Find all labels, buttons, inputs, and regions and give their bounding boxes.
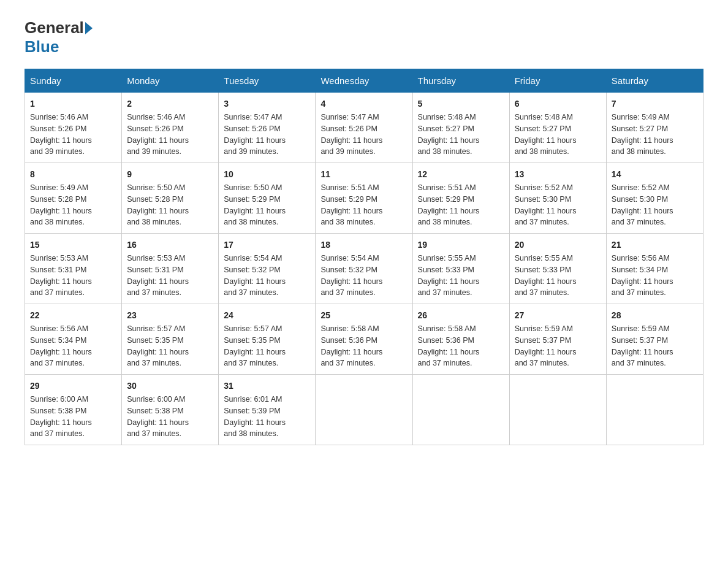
day-number: 5 — [418, 98, 504, 110]
day-info: Sunrise: 5:55 AMSunset: 5:33 PMDaylight:… — [515, 254, 577, 297]
day-number: 8 — [30, 168, 116, 181]
day-info: Sunrise: 5:47 AMSunset: 5:26 PMDaylight:… — [320, 113, 382, 156]
calendar-cell: 15 Sunrise: 5:53 AMSunset: 5:31 PMDaylig… — [25, 234, 122, 304]
calendar-cell: 5 Sunrise: 5:48 AMSunset: 5:27 PMDayligh… — [412, 93, 509, 163]
calendar-table: SundayMondayTuesdayWednesdayThursdayFrid… — [25, 69, 703, 445]
day-info: Sunrise: 5:51 AMSunset: 5:29 PMDaylight:… — [320, 183, 382, 226]
day-number: 20 — [515, 239, 601, 251]
calendar-cell: 9 Sunrise: 5:50 AMSunset: 5:28 PMDayligh… — [122, 163, 219, 234]
day-number: 18 — [320, 239, 407, 251]
day-info: Sunrise: 5:58 AMSunset: 5:36 PMDaylight:… — [320, 324, 382, 367]
weekday-header-thursday: Thursday — [412, 69, 509, 93]
day-number: 7 — [612, 98, 698, 110]
weekday-header-wednesday: Wednesday — [316, 69, 412, 93]
calendar-cell: 22 Sunrise: 5:56 AMSunset: 5:34 PMDaylig… — [25, 304, 122, 375]
calendar-cell: 4 Sunrise: 5:47 AMSunset: 5:26 PMDayligh… — [316, 93, 412, 163]
calendar-cell: 8 Sunrise: 5:49 AMSunset: 5:28 PMDayligh… — [25, 163, 122, 234]
day-info: Sunrise: 5:54 AMSunset: 5:32 PMDaylight:… — [320, 254, 382, 297]
day-info: Sunrise: 5:50 AMSunset: 5:29 PMDaylight:… — [224, 183, 286, 226]
calendar-cell: 3 Sunrise: 5:47 AMSunset: 5:26 PMDayligh… — [219, 93, 316, 163]
day-info: Sunrise: 5:47 AMSunset: 5:26 PMDaylight:… — [224, 113, 286, 156]
day-info: Sunrise: 5:59 AMSunset: 5:37 PMDaylight:… — [612, 324, 673, 367]
day-number: 27 — [515, 309, 601, 322]
day-number: 14 — [612, 168, 698, 181]
calendar-cell: 6 Sunrise: 5:48 AMSunset: 5:27 PMDayligh… — [509, 93, 606, 163]
calendar-cell — [606, 375, 703, 445]
weekday-header-monday: Monday — [122, 69, 219, 93]
day-number: 25 — [320, 309, 407, 322]
day-number: 1 — [30, 98, 116, 110]
logo-blue-text: Blue — [25, 37, 59, 56]
day-info: Sunrise: 5:57 AMSunset: 5:35 PMDaylight:… — [127, 324, 189, 367]
day-number: 17 — [224, 239, 310, 251]
day-number: 21 — [612, 239, 698, 251]
calendar-cell: 1 Sunrise: 5:46 AMSunset: 5:26 PMDayligh… — [25, 93, 122, 163]
day-info: Sunrise: 5:57 AMSunset: 5:35 PMDaylight:… — [224, 324, 286, 367]
calendar-cell — [412, 375, 509, 445]
calendar-cell: 12 Sunrise: 5:51 AMSunset: 5:29 PMDaylig… — [412, 163, 509, 234]
day-number: 22 — [30, 309, 116, 322]
calendar-cell: 7 Sunrise: 5:49 AMSunset: 5:27 PMDayligh… — [606, 93, 703, 163]
day-info: Sunrise: 5:49 AMSunset: 5:28 PMDaylight:… — [30, 183, 92, 226]
calendar-cell: 25 Sunrise: 5:58 AMSunset: 5:36 PMDaylig… — [316, 304, 412, 375]
weekday-header-row: SundayMondayTuesdayWednesdayThursdayFrid… — [25, 69, 703, 93]
calendar-cell: 24 Sunrise: 5:57 AMSunset: 5:35 PMDaylig… — [219, 304, 316, 375]
day-info: Sunrise: 5:53 AMSunset: 5:31 PMDaylight:… — [127, 254, 189, 297]
week-row-4: 22 Sunrise: 5:56 AMSunset: 5:34 PMDaylig… — [25, 304, 703, 375]
weekday-header-sunday: Sunday — [25, 69, 122, 93]
calendar-cell: 29 Sunrise: 6:00 AMSunset: 5:38 PMDaylig… — [25, 375, 122, 445]
day-number: 12 — [418, 168, 504, 181]
day-number: 4 — [320, 98, 407, 110]
day-info: Sunrise: 5:46 AMSunset: 5:26 PMDaylight:… — [127, 113, 189, 156]
week-row-2: 8 Sunrise: 5:49 AMSunset: 5:28 PMDayligh… — [25, 163, 703, 234]
calendar-cell — [509, 375, 606, 445]
weekday-header-tuesday: Tuesday — [219, 69, 316, 93]
day-number: 11 — [320, 168, 407, 181]
calendar-cell: 14 Sunrise: 5:52 AMSunset: 5:30 PMDaylig… — [606, 163, 703, 234]
calendar-cell: 11 Sunrise: 5:51 AMSunset: 5:29 PMDaylig… — [316, 163, 412, 234]
day-info: Sunrise: 6:00 AMSunset: 5:38 PMDaylight:… — [30, 395, 92, 438]
day-info: Sunrise: 5:51 AMSunset: 5:29 PMDaylight:… — [418, 183, 480, 226]
weekday-header-friday: Friday — [509, 69, 606, 93]
day-info: Sunrise: 5:56 AMSunset: 5:34 PMDaylight:… — [30, 324, 92, 367]
day-number: 19 — [418, 239, 504, 251]
calendar-cell: 2 Sunrise: 5:46 AMSunset: 5:26 PMDayligh… — [122, 93, 219, 163]
day-info: Sunrise: 5:54 AMSunset: 5:32 PMDaylight:… — [224, 254, 286, 297]
day-info: Sunrise: 5:50 AMSunset: 5:28 PMDaylight:… — [127, 183, 189, 226]
day-info: Sunrise: 5:59 AMSunset: 5:37 PMDaylight:… — [515, 324, 577, 367]
day-info: Sunrise: 5:48 AMSunset: 5:27 PMDaylight:… — [515, 113, 577, 156]
calendar-cell: 23 Sunrise: 5:57 AMSunset: 5:35 PMDaylig… — [122, 304, 219, 375]
day-info: Sunrise: 5:58 AMSunset: 5:36 PMDaylight:… — [418, 324, 480, 367]
day-number: 16 — [127, 239, 213, 251]
day-number: 3 — [224, 98, 310, 110]
day-number: 2 — [127, 98, 213, 110]
day-info: Sunrise: 6:01 AMSunset: 5:39 PMDaylight:… — [224, 395, 286, 438]
day-info: Sunrise: 5:56 AMSunset: 5:34 PMDaylight:… — [612, 254, 673, 297]
page-header: General Blue — [25, 18, 703, 56]
calendar-cell: 18 Sunrise: 5:54 AMSunset: 5:32 PMDaylig… — [316, 234, 412, 304]
calendar-cell: 17 Sunrise: 5:54 AMSunset: 5:32 PMDaylig… — [219, 234, 316, 304]
day-number: 10 — [224, 168, 310, 181]
day-number: 23 — [127, 309, 213, 322]
day-number: 13 — [515, 168, 601, 181]
day-number: 24 — [224, 309, 310, 322]
day-number: 31 — [224, 380, 310, 393]
calendar-cell: 26 Sunrise: 5:58 AMSunset: 5:36 PMDaylig… — [412, 304, 509, 375]
weekday-header-saturday: Saturday — [606, 69, 703, 93]
calendar-cell: 16 Sunrise: 5:53 AMSunset: 5:31 PMDaylig… — [122, 234, 219, 304]
week-row-5: 29 Sunrise: 6:00 AMSunset: 5:38 PMDaylig… — [25, 375, 703, 445]
week-row-1: 1 Sunrise: 5:46 AMSunset: 5:26 PMDayligh… — [25, 93, 703, 163]
day-info: Sunrise: 5:53 AMSunset: 5:31 PMDaylight:… — [30, 254, 92, 297]
calendar-cell: 27 Sunrise: 5:59 AMSunset: 5:37 PMDaylig… — [509, 304, 606, 375]
day-info: Sunrise: 5:46 AMSunset: 5:26 PMDaylight:… — [30, 113, 92, 156]
calendar-cell: 21 Sunrise: 5:56 AMSunset: 5:34 PMDaylig… — [606, 234, 703, 304]
week-row-3: 15 Sunrise: 5:53 AMSunset: 5:31 PMDaylig… — [25, 234, 703, 304]
logo-general-text: General — [25, 18, 84, 37]
logo: General Blue — [25, 18, 94, 56]
calendar-cell: 28 Sunrise: 5:59 AMSunset: 5:37 PMDaylig… — [606, 304, 703, 375]
calendar-cell: 31 Sunrise: 6:01 AMSunset: 5:39 PMDaylig… — [219, 375, 316, 445]
calendar-cell: 30 Sunrise: 6:00 AMSunset: 5:38 PMDaylig… — [122, 375, 219, 445]
day-number: 28 — [612, 309, 698, 322]
day-number: 6 — [515, 98, 601, 110]
calendar-cell: 20 Sunrise: 5:55 AMSunset: 5:33 PMDaylig… — [509, 234, 606, 304]
